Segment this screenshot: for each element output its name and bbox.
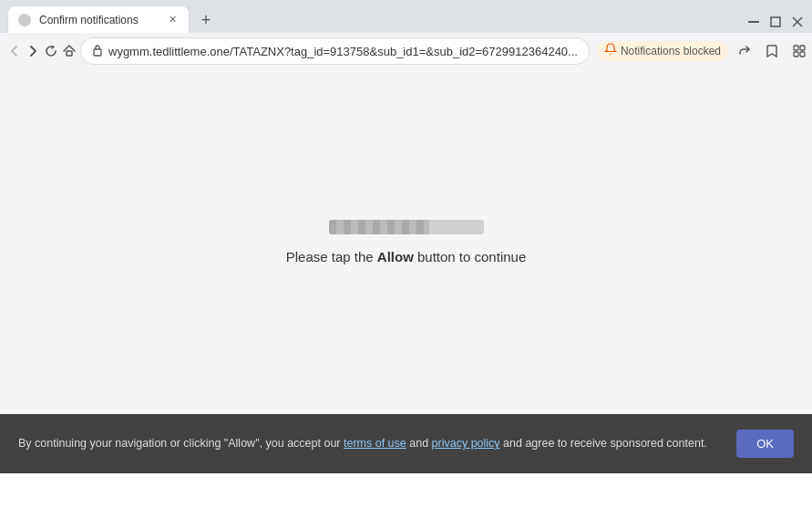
svg-rect-9 (794, 52, 798, 57)
loading-bar-fill (329, 220, 430, 234)
address-bar: wygmm.tedlittleme.one/TATAZNX?tag_id=913… (0, 33, 812, 69)
tab-favicon (17, 13, 32, 27)
active-tab[interactable]: Confirm notifications ✕ (7, 5, 190, 33)
tab-close-button[interactable]: ✕ (165, 13, 180, 27)
instruction-suffix: button to continue (414, 249, 526, 264)
loading-bar (329, 220, 484, 234)
new-tab-button[interactable]: + (193, 7, 219, 33)
svg-rect-8 (800, 46, 805, 50)
svg-rect-0 (748, 21, 759, 23)
browser-window: Confirm notifications ✕ + (0, 0, 812, 473)
page-content: Please tap the Allow button to continue (0, 69, 812, 414)
tab-title: Confirm notifications (39, 14, 158, 26)
banner-text-part1: By continuing your navigation or clickin… (18, 437, 344, 450)
close-button[interactable] (790, 15, 805, 29)
bottom-banner: By continuing your navigation or clickin… (0, 414, 812, 473)
home-button[interactable] (62, 38, 77, 64)
allow-word: Allow (377, 249, 414, 264)
address-field[interactable]: wygmm.tedlittleme.one/TATAZNX?tag_id=913… (80, 37, 590, 65)
forward-button[interactable] (26, 38, 40, 64)
banner-text-part2: and (406, 437, 432, 450)
minimize-button[interactable] (746, 15, 761, 29)
svg-rect-4 (67, 51, 72, 56)
instruction-text: Please tap the Allow button to continue (286, 249, 527, 264)
instruction-prefix: Please tap the (286, 249, 377, 264)
svg-rect-10 (800, 52, 805, 57)
toolbar-icons (732, 38, 812, 64)
svg-rect-7 (794, 46, 798, 50)
privacy-policy-link[interactable]: privacy policy (432, 437, 500, 450)
banner-text-part3: and agree to receive sponsored content. (500, 437, 707, 450)
bell-icon (604, 43, 617, 59)
reload-button[interactable] (44, 38, 58, 64)
extensions-button[interactable] (786, 38, 812, 64)
svg-rect-5 (94, 49, 101, 56)
notifications-blocked-text: Notifications blocked (621, 45, 721, 57)
ok-button[interactable]: OK (736, 430, 794, 458)
terms-of-use-link[interactable]: terms of use (344, 437, 406, 450)
back-button[interactable] (7, 38, 22, 64)
banner-text: By continuing your navigation or clickin… (18, 435, 722, 452)
bookmark-button[interactable] (759, 38, 785, 64)
lock-icon (92, 44, 103, 59)
url-display: wygmm.tedlittleme.one/TATAZNX?tag_id=913… (108, 45, 578, 58)
svg-rect-1 (771, 17, 780, 26)
share-button[interactable] (732, 38, 757, 64)
notifications-blocked-badge[interactable]: Notifications blocked (597, 41, 728, 61)
maximize-button[interactable] (768, 15, 783, 29)
tab-bar: Confirm notifications ✕ + (0, 0, 812, 33)
